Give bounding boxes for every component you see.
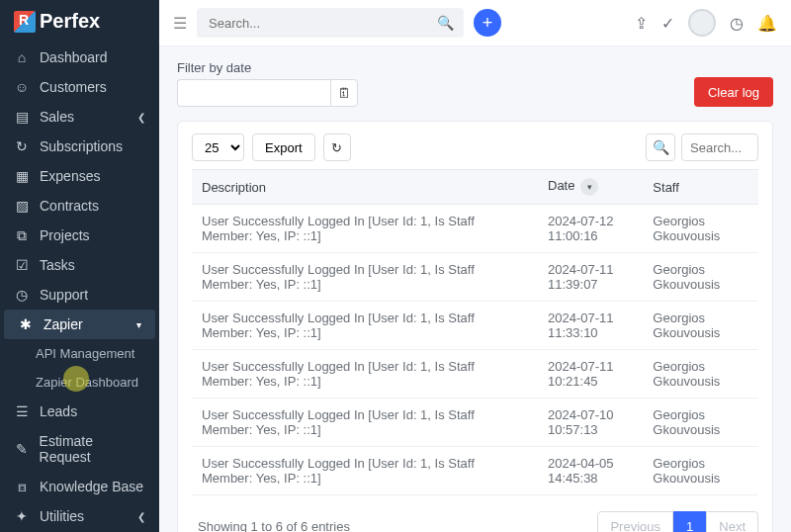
table-search-icon[interactable]: 🔍 (646, 133, 675, 161)
file-icon: ▦ (14, 168, 30, 184)
sidebar-item-label: Customers (40, 79, 107, 95)
refresh-icon[interactable]: ↻ (323, 133, 351, 161)
sidebar-item-label: Expenses (40, 168, 100, 184)
sidebar-item-label: Knowledge Base (40, 479, 143, 494)
sidebar-item-contracts[interactable]: ▨Contracts (0, 191, 159, 221)
brand-name: Perfex (40, 10, 100, 33)
cell-date: 2024-07-11 11:33:10 (538, 302, 643, 350)
sidebar: Perfex ⌂Dashboard☺Customers▤Sales❮↻Subsc… (0, 0, 159, 532)
sidebar-subitem-zapier-dashboard[interactable]: Zapier Dashboard (0, 368, 159, 397)
next-button[interactable]: Next (706, 511, 758, 532)
bell-icon[interactable]: 🔔 (757, 14, 777, 33)
sidebar-item-label: Utilities (40, 508, 84, 524)
speedometer-icon: ⌂ (14, 49, 30, 65)
filter-date-label: Filter by date (177, 60, 358, 75)
zapier-icon: ✱ (18, 316, 34, 332)
table-row[interactable]: User Successfully Logged In [User Id: 1,… (192, 253, 758, 302)
table-row[interactable]: User Successfully Logged In [User Id: 1,… (192, 302, 758, 350)
sidebar-item-label: Projects (40, 227, 90, 243)
chevron-down-icon[interactable]: ▾ (580, 178, 598, 196)
sidebar-item-tasks[interactable]: ☑Tasks (0, 250, 159, 280)
table-row[interactable]: User Successfully Logged In [User Id: 1,… (192, 447, 758, 495)
cell-date: 2024-07-11 10:21:45 (538, 350, 643, 399)
clock-icon[interactable]: ◷ (730, 14, 744, 33)
contract-icon: ▨ (14, 198, 30, 214)
table-row[interactable]: User Successfully Logged In [User Id: 1,… (192, 205, 758, 253)
sidebar-item-subscriptions[interactable]: ↻Subscriptions (0, 132, 159, 161)
avatar[interactable] (688, 9, 716, 37)
content-area: Filter by date 🗓 Clear log 25 Export ↻ (159, 46, 791, 532)
user-icon: ☺ (14, 79, 30, 95)
col-staff[interactable]: Staff (643, 170, 758, 205)
search-input[interactable] (197, 8, 464, 38)
sales-icon: ▤ (14, 109, 30, 125)
sidebar-item-customers[interactable]: ☺Customers (0, 72, 159, 102)
sidebar-item-utilities[interactable]: ✦Utilities❮ (0, 501, 159, 531)
cell-staff: Georgios Gkouvousis (643, 302, 758, 350)
sidebar-subitem-api-management[interactable]: API Management (0, 339, 159, 368)
util-icon: ✦ (14, 508, 30, 524)
table-row[interactable]: User Successfully Logged In [User Id: 1,… (192, 399, 758, 447)
log-table: Description Date▾ Staff User Successfull… (192, 169, 758, 495)
sidebar-item-label: Subscriptions (40, 138, 123, 154)
sidebar-item-estimate-request[interactable]: ✎Estimate Request (0, 426, 159, 472)
log-card: 25 Export ↻ 🔍 Description Date▾ Staf (177, 121, 773, 532)
chart-icon: ⧉ (14, 227, 30, 243)
cell-description: User Successfully Logged In [User Id: 1,… (192, 302, 538, 350)
sidebar-item-expenses[interactable]: ▦Expenses (0, 161, 159, 191)
nav-list: ⌂Dashboard☺Customers▤Sales❮↻Subscription… (0, 43, 159, 532)
sidebar-item-support[interactable]: ◷Support (0, 280, 159, 310)
cell-date: 2024-07-11 11:39:07 (538, 253, 643, 302)
estimate-icon: ✎ (14, 441, 30, 457)
col-date[interactable]: Date▾ (538, 170, 643, 205)
sidebar-item-leads[interactable]: ☰Leads (0, 397, 159, 426)
global-search: 🔍 (197, 8, 464, 38)
sidebar-item-dashboard[interactable]: ⌂Dashboard (0, 43, 159, 72)
top-header: ☰ 🔍 + ⇪ ✓ ◷ 🔔 (159, 0, 791, 46)
table-row[interactable]: User Successfully Logged In [User Id: 1,… (192, 350, 758, 399)
export-button[interactable]: Export (252, 133, 315, 161)
previous-button[interactable]: Previous (597, 511, 673, 532)
menu-toggle-icon[interactable]: ☰ (173, 14, 187, 33)
add-button[interactable]: + (474, 9, 501, 37)
kb-icon: ⧈ (14, 479, 30, 494)
sidebar-item-label: Sales (40, 109, 74, 125)
sidebar-item-label: Leads (40, 403, 77, 419)
chevron-right-icon: ❮ (137, 112, 145, 123)
filter-date-input[interactable] (177, 79, 330, 107)
cursor-highlight (63, 366, 89, 392)
sidebar-item-label: Contracts (40, 198, 99, 214)
cell-staff: Georgios Gkouvousis (643, 399, 758, 447)
sidebar-item-zapier[interactable]: ✱Zapier▾ (4, 310, 155, 339)
cell-staff: Georgios Gkouvousis (643, 447, 758, 495)
cell-description: User Successfully Logged In [User Id: 1,… (192, 253, 538, 302)
cell-staff: Georgios Gkouvousis (643, 205, 758, 253)
check-icon: ☑ (14, 257, 30, 273)
entries-info: Showing 1 to 6 of 6 entries (198, 519, 350, 533)
table-search-input[interactable] (681, 133, 758, 161)
chevron-down-icon: ▾ (136, 319, 141, 330)
sidebar-item-label: Dashboard (40, 49, 108, 65)
brand-icon (14, 11, 36, 33)
cell-description: User Successfully Logged In [User Id: 1,… (192, 205, 538, 253)
sidebar-item-projects[interactable]: ⧉Projects (0, 221, 159, 250)
clear-log-button[interactable]: Clear log (694, 77, 773, 107)
main: ☰ 🔍 + ⇪ ✓ ◷ 🔔 Filter by date 🗓 (159, 0, 791, 532)
check-icon[interactable]: ✓ (661, 14, 674, 33)
cell-staff: Georgios Gkouvousis (643, 350, 758, 399)
sidebar-item-label: Estimate Request (40, 433, 145, 465)
cell-staff: Georgios Gkouvousis (643, 253, 758, 302)
page-size-select[interactable]: 25 (192, 133, 244, 161)
calendar-icon[interactable]: 🗓 (330, 79, 358, 107)
brand[interactable]: Perfex (0, 0, 159, 43)
cell-description: User Successfully Logged In [User Id: 1,… (192, 350, 538, 399)
cell-date: 2024-04-05 14:45:38 (538, 447, 643, 495)
pagination: Previous 1 Next (597, 511, 758, 532)
sidebar-item-knowledge-base[interactable]: ⧈Knowledge Base (0, 472, 159, 501)
cell-description: User Successfully Logged In [User Id: 1,… (192, 399, 538, 447)
share-icon[interactable]: ⇪ (635, 14, 648, 33)
col-description[interactable]: Description (192, 170, 538, 205)
sidebar-item-sales[interactable]: ▤Sales❮ (0, 102, 159, 132)
search-icon[interactable]: 🔍 (437, 15, 454, 31)
page-1-button[interactable]: 1 (673, 511, 706, 532)
